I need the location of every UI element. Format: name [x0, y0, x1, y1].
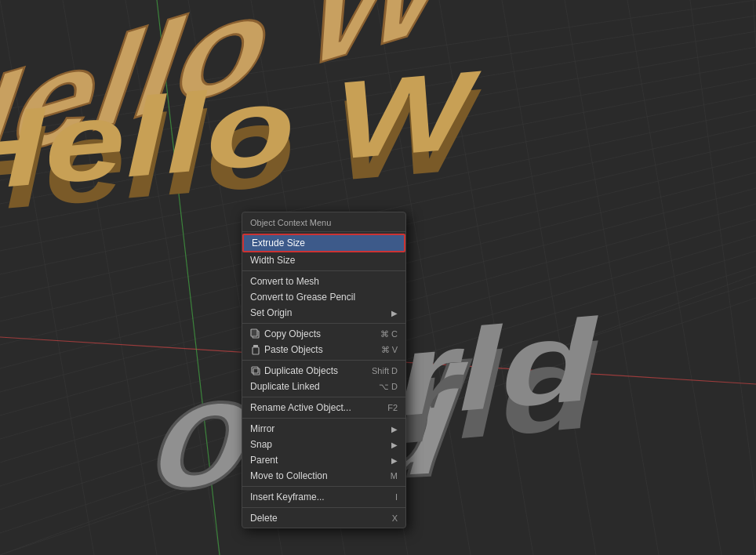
paste-icon	[250, 344, 261, 355]
menu-item-parent[interactable]: Parent ▶	[242, 452, 405, 468]
menu-item-rename-active[interactable]: Rename Active Object... F2	[242, 400, 405, 415]
menu-item-duplicate-linked[interactable]: Duplicate Linked ⌥ D	[242, 379, 405, 394]
menu-item-set-origin[interactable]: Set Origin ▶	[242, 305, 405, 321]
menu-item-label: Mirror	[250, 423, 274, 434]
svg-rect-44	[251, 329, 257, 336]
snap-arrow-icon: ▶	[391, 441, 398, 449]
paste-shortcut: ⌘ V	[381, 345, 398, 355]
separator-4	[242, 397, 405, 397]
duplicate-group: Duplicate Objects	[250, 365, 338, 376]
move-collection-shortcut: M	[391, 471, 398, 481]
menu-item-extrude-size[interactable]: Extrude Size	[242, 234, 405, 252]
copy-shortcut: ⌘ C	[380, 329, 398, 339]
menu-item-label: Convert to Mesh	[250, 276, 319, 287]
menu-item-insert-keyframe[interactable]: Insert Keyframe... I	[242, 489, 405, 505]
menu-item-convert-mesh[interactable]: Convert to Mesh	[242, 274, 405, 289]
menu-item-label: Set Origin	[250, 307, 292, 318]
paste-objects-group: Paste Objects	[250, 344, 323, 355]
menu-item-label: Duplicate Linked	[250, 381, 320, 392]
menu-item-copy-objects[interactable]: Copy Objects ⌘ C	[242, 326, 405, 342]
delete-shortcut: X	[392, 513, 398, 523]
menu-item-label: Extrude Size	[252, 238, 305, 248]
menu-item-label: Delete	[250, 513, 278, 524]
menu-item-label: Insert Keyframe...	[250, 492, 325, 502]
svg-rect-48	[252, 367, 258, 373]
duplicate-icon	[250, 365, 261, 376]
copy-icon	[250, 328, 261, 339]
menu-item-mirror[interactable]: Mirror ▶	[242, 421, 405, 437]
submenu-arrow-icon: ▶	[391, 309, 398, 317]
svg-rect-46	[253, 345, 258, 347]
svg-rect-47	[253, 368, 260, 375]
dup-linked-shortcut: ⌥ D	[379, 382, 398, 392]
menu-item-label: Duplicate Objects	[264, 365, 338, 376]
menu-title: Object Context Menu	[242, 214, 405, 232]
menu-item-convert-grease[interactable]: Convert to Grease Pencil	[242, 289, 405, 305]
menu-item-width-size[interactable]: Width Size	[242, 252, 405, 268]
duplicate-shortcut: Shift D	[372, 366, 398, 375]
menu-item-label: Convert to Grease Pencil	[250, 292, 355, 303]
menu-item-label: Rename Active Object...	[250, 402, 351, 413]
menu-item-label: Copy Objects	[264, 328, 321, 339]
context-menu: Object Context Menu Extrude Size Width S…	[242, 212, 406, 528]
parent-arrow-icon: ▶	[391, 456, 398, 465]
separator-5	[242, 418, 405, 419]
menu-item-label: Move to Collection	[250, 470, 328, 481]
menu-item-label: Parent	[250, 455, 278, 466]
menu-item-snap[interactable]: Snap ▶	[242, 437, 405, 452]
keyframe-shortcut: I	[395, 492, 398, 502]
separator-3	[242, 360, 405, 361]
menu-item-label: Paste Objects	[264, 344, 323, 355]
menu-item-label: Snap	[250, 439, 272, 450]
copy-objects-group: Copy Objects	[250, 328, 321, 339]
menu-item-delete[interactable]: Delete X	[242, 510, 405, 526]
mirror-arrow-icon: ▶	[391, 425, 398, 433]
separator-2	[242, 323, 405, 324]
rename-shortcut: F2	[387, 403, 398, 412]
menu-item-paste-objects[interactable]: Paste Objects ⌘ V	[242, 342, 405, 357]
menu-item-duplicate-objects[interactable]: Duplicate Objects Shift D	[242, 363, 405, 379]
separator-6	[242, 486, 405, 487]
menu-item-label: Width Size	[250, 255, 295, 266]
menu-item-move-collection[interactable]: Move to Collection M	[242, 468, 405, 484]
separator-1	[242, 270, 405, 271]
separator-7	[242, 507, 405, 508]
svg-rect-45	[253, 347, 259, 354]
